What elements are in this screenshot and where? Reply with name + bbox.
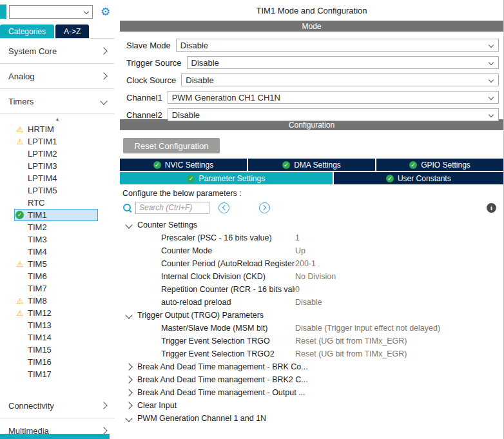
gear-icon[interactable]: ⚙ <box>101 6 110 17</box>
peripheral-label: LPTIM4 <box>28 173 57 183</box>
param-auto-reload-preload[interactable]: auto-reload preloadDisable <box>120 296 503 309</box>
sidebar-category-timers[interactable]: Timers <box>0 89 115 114</box>
peripheral-label: LPTIM1 <box>28 137 57 146</box>
tree-group-pwm-generation-channel-1-and-1n[interactable]: PWM Generation Channel 1 and 1N <box>120 412 503 425</box>
tab-label: DMA Settings <box>294 161 341 170</box>
tab-parameter-settings[interactable]: ✓Parameter Settings <box>120 172 333 184</box>
tab-dma-settings[interactable]: ✓DMA Settings <box>248 159 375 171</box>
parameter-search-bar: i <box>120 200 503 215</box>
tree-group-break-and-dead-time-management-brk-co[interactable]: Break And Dead Time management - BRK Co.… <box>120 360 503 373</box>
group-label: Break And Dead Time management - Output … <box>137 388 305 397</box>
sidebar-item-tim4[interactable]: TIM4 <box>14 246 98 258</box>
sidebar-item-lptim2[interactable]: LPTIM2 <box>14 148 98 160</box>
previous-match-button[interactable] <box>218 202 229 213</box>
selected-value: Disable <box>172 110 200 120</box>
param-repetition-counter-rcr-16-bits-value[interactable]: Repetition Counter (RCR - 16 bits value)… <box>120 283 503 296</box>
param-label: Master/Slave Mode (MSM bit) <box>161 324 295 333</box>
peripheral-label: TIM8 <box>28 296 47 306</box>
info-icon[interactable]: i <box>487 203 496 213</box>
param-label: Trigger Event Selection TRGO2 <box>161 349 295 358</box>
sidebar-item-tim8[interactable]: ⚠TIM8 <box>14 295 98 307</box>
panel-handle[interactable] <box>0 5 6 19</box>
slave-mode-select[interactable]: Disable <box>176 39 499 52</box>
sidebar-item-lptim5[interactable]: LPTIM5 <box>14 184 98 197</box>
tree-group-trigger-output-trgo-parameters[interactable]: Trigger Output (TRGO) Parameters <box>120 309 503 322</box>
param-label: auto-reload preload <box>161 298 295 307</box>
tab-user-constants[interactable]: ✓User Constants <box>334 172 503 184</box>
param-master-slave-mode-msm-bit[interactable]: Master/Slave Mode (MSM bit)Disable (Trig… <box>120 322 503 335</box>
param-value: 200-1 <box>295 259 316 268</box>
category-label: Timers <box>8 97 34 106</box>
peripheral-label: TIM3 <box>28 235 47 244</box>
search-icon <box>122 203 132 213</box>
param-internal-clock-division-ckd[interactable]: Internal Clock Division (CKD)No Division <box>120 270 503 283</box>
mode-field-slave-mode: Slave ModeDisable <box>126 39 499 52</box>
sidebar-item-tim12[interactable]: ⚠TIM12 <box>14 307 98 319</box>
sidebar-item-tim3[interactable]: TIM3 <box>14 233 98 246</box>
sidebar-item-tim2[interactable]: TIM2 <box>14 221 98 233</box>
sidebar-item-tim16[interactable]: TIM16 <box>14 356 98 368</box>
tree-group-break-and-dead-time-management-output[interactable]: Break And Dead Time management - Output … <box>120 386 503 399</box>
tree-group-clear-input[interactable]: Clear Input <box>120 399 503 412</box>
selected-value: PWM Generation CH1 CH1N <box>172 93 280 102</box>
group-label: Break And Dead Time management - BRK2 C.… <box>137 375 308 384</box>
peripheral-label: TIM12 <box>28 308 52 318</box>
stm32cubemx-window: ⚙ Categories A->Z System CoreAnalogTimer… <box>0 0 504 439</box>
scroll-up-icon[interactable]: ▲ <box>0 114 115 123</box>
sidebar-item-hrtim[interactable]: ⚠HRTIM <box>14 123 98 135</box>
sidebar-item-tim7[interactable]: TIM7 <box>14 282 98 295</box>
channel2-select[interactable]: Disable <box>168 108 499 121</box>
peripheral-search-combobox[interactable] <box>9 5 93 19</box>
sidebar-item-lptim4[interactable]: LPTIM4 <box>14 172 98 184</box>
chevron-down-icon <box>489 112 494 117</box>
sidebar-item-tim14[interactable]: TIM14 <box>14 331 98 344</box>
sidebar-item-lptim3[interactable]: LPTIM3 <box>14 160 98 172</box>
category-label: Analog <box>8 72 34 81</box>
param-prescaler-psc-16-bits-value[interactable]: Prescaler (PSC - 16 bits value)1 <box>120 231 503 244</box>
warning-icon: ⚠ <box>15 138 25 146</box>
tab-gpio-settings[interactable]: ✓GPIO Settings <box>376 159 503 171</box>
sidebar-category-system-core[interactable]: System Core <box>0 39 115 64</box>
sidebar-item-tim6[interactable]: TIM6 <box>14 270 98 282</box>
param-value: Disable (Trigger input effect not delaye… <box>295 324 440 333</box>
clock-source-select[interactable]: Disable <box>181 73 499 86</box>
sidebar-item-tim5[interactable]: ⚠TIM5 <box>14 258 98 270</box>
tab-a-z[interactable]: A->Z <box>55 24 89 38</box>
chevron-right-icon <box>100 427 107 434</box>
param-trigger-event-selection-trgo2[interactable]: Trigger Event Selection TRGO2Reset (UG b… <box>120 347 503 360</box>
param-value: Reset (UG bit from TIMx_EGR) <box>295 349 407 358</box>
peripheral-label: TIM16 <box>28 357 52 367</box>
sidebar-item-rtc[interactable]: RTC <box>14 197 98 209</box>
tree-group-counter-settings[interactable]: Counter Settings <box>120 219 503 231</box>
sidebar-item-tim1[interactable]: ✓TIM1 <box>14 209 98 221</box>
param-counter-period-autoreload-register[interactable]: Counter Period (AutoReload Register -...… <box>120 257 503 270</box>
tab-categories[interactable]: Categories <box>0 24 54 38</box>
check-icon: ✓ <box>153 161 161 169</box>
horizontal-scrollbar[interactable] <box>0 434 110 439</box>
sidebar-item-lptim1[interactable]: ⚠LPTIM1 <box>14 135 98 148</box>
sidebar-category-analog[interactable]: Analog <box>0 64 115 89</box>
tab-nvic-settings[interactable]: ✓NVIC Settings <box>120 159 247 171</box>
sidebar-item-tim15[interactable]: TIM15 <box>14 344 98 356</box>
sidebar-item-tim13[interactable]: TIM13 <box>14 319 98 331</box>
search-input[interactable] <box>135 202 209 214</box>
reset-configuration-button[interactable]: Reset Configuration <box>123 138 220 153</box>
channel1-select[interactable]: PWM Generation CH1 CH1N <box>168 91 499 104</box>
param-counter-mode[interactable]: Counter ModeUp <box>120 244 503 257</box>
peripheral-label: RTC <box>28 198 44 208</box>
field-label: Channel2 <box>126 110 162 120</box>
trigger-source-select[interactable]: Disable <box>187 56 499 69</box>
sidebar-item-tim17[interactable]: TIM17 <box>14 368 98 380</box>
peripheral-label: HRTIM <box>28 124 54 134</box>
param-value: 0 <box>295 285 300 294</box>
tab-label: GPIO Settings <box>421 161 470 170</box>
main-panel: TIM1 Mode and Configuration Mode Slave M… <box>120 0 504 439</box>
param-trigger-event-selection-trgo[interactable]: Trigger Event Selection TRGOReset (UG bi… <box>120 335 503 347</box>
selected-value: Disable <box>186 75 213 85</box>
peripheral-label: TIM7 <box>28 284 47 293</box>
check-icon: ✓ <box>386 175 394 182</box>
tree-group-break-and-dead-time-management-brk2-c[interactable]: Break And Dead Time management - BRK2 C.… <box>120 373 503 386</box>
sidebar-category-connectivity[interactable]: Connectivity <box>0 393 115 418</box>
next-match-button[interactable] <box>259 202 270 213</box>
param-value: No Division <box>295 272 336 281</box>
